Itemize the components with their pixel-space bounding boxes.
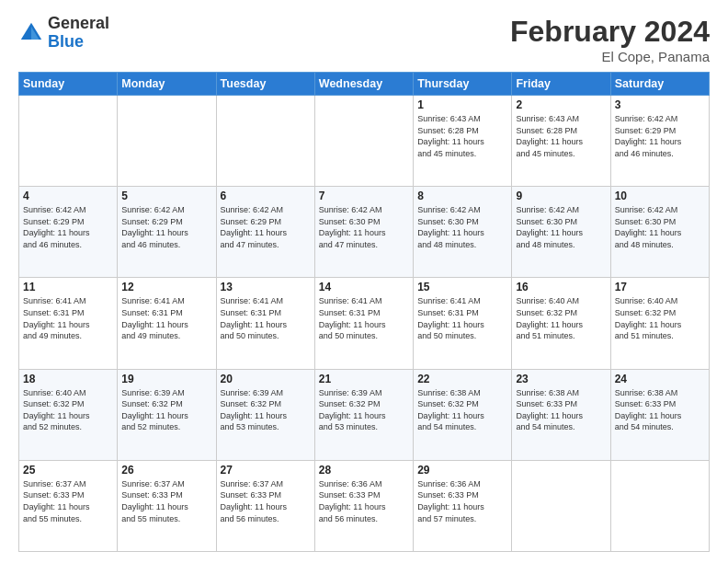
day-info: Sunrise: 6:38 AM Sunset: 6:32 PM Dayligh… [417,387,507,433]
day-number: 28 [319,464,409,477]
day-info: Sunrise: 6:39 AM Sunset: 6:32 PM Dayligh… [319,387,409,433]
col-tuesday: Tuesday [216,73,314,96]
calendar-cell [314,96,413,187]
day-number: 26 [121,464,211,477]
day-info: Sunrise: 6:40 AM Sunset: 6:32 PM Dayligh… [516,295,606,341]
col-wednesday: Wednesday [314,73,413,96]
calendar-cell: 12Sunrise: 6:41 AM Sunset: 6:31 PM Dayli… [118,278,216,369]
calendar-cell: 23Sunrise: 6:38 AM Sunset: 6:33 PM Dayli… [512,369,610,460]
calendar-cell: 17Sunrise: 6:40 AM Sunset: 6:32 PM Dayli… [610,278,709,369]
calendar-cell: 2Sunrise: 6:43 AM Sunset: 6:28 PM Daylig… [512,96,610,187]
title-block: February 2024 El Cope, Panama [510,15,710,64]
day-number: 24 [615,373,705,385]
calendar-cell: 20Sunrise: 6:39 AM Sunset: 6:32 PM Dayli… [216,369,314,460]
calendar-cell: 15Sunrise: 6:41 AM Sunset: 6:31 PM Dayli… [414,278,512,369]
day-info: Sunrise: 6:37 AM Sunset: 6:33 PM Dayligh… [23,478,113,524]
day-number: 3 [615,98,705,111]
day-info: Sunrise: 6:42 AM Sunset: 6:30 PM Dayligh… [615,204,705,250]
day-number: 9 [516,190,606,202]
day-number: 22 [417,373,507,385]
day-info: Sunrise: 6:41 AM Sunset: 6:31 PM Dayligh… [417,295,507,341]
calendar-cell: 6Sunrise: 6:42 AM Sunset: 6:29 PM Daylig… [216,187,314,278]
day-number: 11 [23,281,113,293]
month-year: February 2024 [510,15,710,49]
day-number: 25 [23,464,113,477]
week-row-5: 25Sunrise: 6:37 AM Sunset: 6:33 PM Dayli… [19,460,710,551]
day-info: Sunrise: 6:38 AM Sunset: 6:33 PM Dayligh… [615,387,705,433]
calendar-cell: 8Sunrise: 6:42 AM Sunset: 6:30 PM Daylig… [414,187,512,278]
calendar-cell: 4Sunrise: 6:42 AM Sunset: 6:29 PM Daylig… [19,187,118,278]
logo-blue-text: Blue [48,33,109,52]
day-info: Sunrise: 6:38 AM Sunset: 6:33 PM Dayligh… [516,387,606,433]
day-number: 12 [121,281,211,293]
day-info: Sunrise: 6:42 AM Sunset: 6:29 PM Dayligh… [23,204,113,250]
day-number: 6 [221,190,311,202]
calendar-cell: 18Sunrise: 6:40 AM Sunset: 6:32 PM Dayli… [19,369,118,460]
day-info: Sunrise: 6:41 AM Sunset: 6:31 PM Dayligh… [221,295,311,341]
day-info: Sunrise: 6:36 AM Sunset: 6:33 PM Dayligh… [417,478,507,524]
day-info: Sunrise: 6:41 AM Sunset: 6:31 PM Dayligh… [121,295,211,341]
calendar-cell: 11Sunrise: 6:41 AM Sunset: 6:31 PM Dayli… [19,278,118,369]
day-info: Sunrise: 6:36 AM Sunset: 6:33 PM Dayligh… [319,478,409,524]
header: General Blue February 2024 El Cope, Pana… [18,15,710,64]
calendar-cell: 19Sunrise: 6:39 AM Sunset: 6:32 PM Dayli… [118,369,216,460]
day-number: 8 [417,190,507,202]
col-saturday: Saturday [610,73,709,96]
calendar-cell: 14Sunrise: 6:41 AM Sunset: 6:31 PM Dayli… [314,278,413,369]
calendar-cell: 27Sunrise: 6:37 AM Sunset: 6:33 PM Dayli… [216,460,314,551]
week-row-1: 1Sunrise: 6:43 AM Sunset: 6:28 PM Daylig… [19,96,710,187]
day-number: 29 [417,464,507,477]
day-info: Sunrise: 6:42 AM Sunset: 6:29 PM Dayligh… [615,113,705,159]
day-info: Sunrise: 6:41 AM Sunset: 6:31 PM Dayligh… [23,295,113,341]
calendar-cell: 5Sunrise: 6:42 AM Sunset: 6:29 PM Daylig… [118,187,216,278]
col-monday: Monday [118,73,216,96]
calendar-cell [118,96,216,187]
week-row-4: 18Sunrise: 6:40 AM Sunset: 6:32 PM Dayli… [19,369,710,460]
day-info: Sunrise: 6:40 AM Sunset: 6:32 PM Dayligh… [23,387,113,433]
day-info: Sunrise: 6:41 AM Sunset: 6:31 PM Dayligh… [319,295,409,341]
calendar-cell: 7Sunrise: 6:42 AM Sunset: 6:30 PM Daylig… [314,187,413,278]
day-number: 18 [23,373,113,385]
day-number: 19 [121,373,211,385]
day-info: Sunrise: 6:42 AM Sunset: 6:30 PM Dayligh… [319,204,409,250]
day-number: 14 [319,281,409,293]
calendar-cell: 24Sunrise: 6:38 AM Sunset: 6:33 PM Dayli… [610,369,709,460]
calendar-cell: 10Sunrise: 6:42 AM Sunset: 6:30 PM Dayli… [610,187,709,278]
calendar-cell: 3Sunrise: 6:42 AM Sunset: 6:29 PM Daylig… [610,96,709,187]
page: General Blue February 2024 El Cope, Pana… [0,0,728,563]
day-info: Sunrise: 6:37 AM Sunset: 6:33 PM Dayligh… [221,478,311,524]
calendar-cell: 13Sunrise: 6:41 AM Sunset: 6:31 PM Dayli… [216,278,314,369]
location: El Cope, Panama [510,49,710,64]
day-info: Sunrise: 6:42 AM Sunset: 6:30 PM Dayligh… [516,204,606,250]
day-number: 1 [417,98,507,111]
calendar-cell [610,460,709,551]
week-row-3: 11Sunrise: 6:41 AM Sunset: 6:31 PM Dayli… [19,278,710,369]
calendar-cell: 21Sunrise: 6:39 AM Sunset: 6:32 PM Dayli… [314,369,413,460]
day-info: Sunrise: 6:39 AM Sunset: 6:32 PM Dayligh… [221,387,311,433]
calendar-cell [216,96,314,187]
day-number: 21 [319,373,409,385]
week-row-2: 4Sunrise: 6:42 AM Sunset: 6:29 PM Daylig… [19,187,710,278]
calendar-cell: 9Sunrise: 6:42 AM Sunset: 6:30 PM Daylig… [512,187,610,278]
calendar-header-row: Sunday Monday Tuesday Wednesday Thursday… [19,73,710,96]
day-number: 7 [319,190,409,202]
day-info: Sunrise: 6:40 AM Sunset: 6:32 PM Dayligh… [615,295,705,341]
calendar-cell: 22Sunrise: 6:38 AM Sunset: 6:32 PM Dayli… [414,369,512,460]
col-friday: Friday [512,73,610,96]
day-number: 23 [516,373,606,385]
day-info: Sunrise: 6:39 AM Sunset: 6:32 PM Dayligh… [121,387,211,433]
day-number: 15 [417,281,507,293]
day-number: 4 [23,190,113,202]
calendar-cell: 28Sunrise: 6:36 AM Sunset: 6:33 PM Dayli… [314,460,413,551]
day-number: 10 [615,190,705,202]
calendar-cell [512,460,610,551]
day-number: 17 [615,281,705,293]
calendar-cell: 1Sunrise: 6:43 AM Sunset: 6:28 PM Daylig… [414,96,512,187]
day-number: 16 [516,281,606,293]
day-number: 20 [221,373,311,385]
day-number: 27 [221,464,311,477]
logo-general-text: General [48,15,109,33]
logo-icon [18,20,44,46]
day-info: Sunrise: 6:42 AM Sunset: 6:30 PM Dayligh… [417,204,507,250]
calendar-cell: 26Sunrise: 6:37 AM Sunset: 6:33 PM Dayli… [118,460,216,551]
